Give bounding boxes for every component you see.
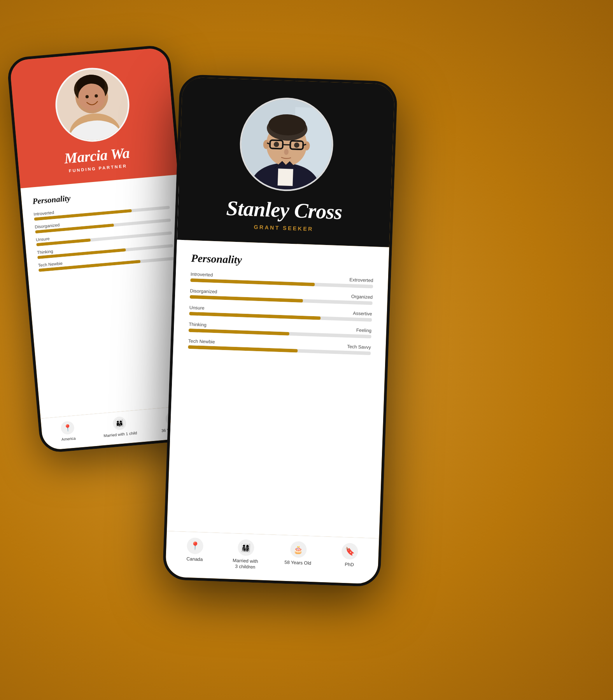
phone-front: Stanley Cross GRANT SEEKER Personality I… — [162, 74, 398, 587]
footer-item: 👨‍👩‍👧‍👦Married with 3 children — [232, 539, 259, 570]
footer-item: 🎂58 Years Old — [284, 541, 312, 567]
front-name: Stanley Cross — [218, 196, 350, 224]
footer-icon: 👨‍👩‍👧‍👦 — [237, 539, 254, 556]
trait-row: IntrovertedExtroverted — [190, 271, 373, 288]
footer-label: Married with 1 child — [103, 430, 137, 438]
footer-item: 🔖PhD — [338, 542, 362, 568]
front-traits: IntrovertedExtrovertedDisorganizedOrgani… — [182, 271, 373, 532]
footer-icon: 👨‍👩‍👦 — [112, 416, 127, 430]
trait-row: UnsureAssertive — [189, 305, 372, 322]
footer-label: Canada — [186, 556, 203, 563]
front-header: Stanley Cross GRANT SEEKER — [177, 77, 395, 247]
trait-row: ThinkingFeeling — [189, 322, 372, 338]
footer-item: 📍America — [56, 420, 79, 443]
trait-row: Tech NewbieTech Savvy — [188, 338, 371, 355]
card-front: Stanley Cross GRANT SEEKER Personality I… — [165, 77, 395, 584]
footer-item: 👨‍👩‍👦Married with 1 child — [102, 415, 137, 438]
footer-label: PhD — [345, 562, 354, 568]
front-footer: 📍Canada👨‍👩‍👧‍👦Married with 3 children🎂58… — [165, 531, 379, 584]
front-role: GRANT SEEKER — [254, 224, 314, 232]
trait-row: DisorganizedOrganized — [190, 288, 373, 305]
footer-label: Married with 3 children — [232, 558, 258, 570]
front-body: Personality IntrovertedExtrovertedDisorg… — [167, 240, 389, 538]
back-traits: IntrovertedDisorganizedUnsureThinkingTec… — [33, 200, 187, 411]
footer-label: 58 Years Old — [284, 560, 311, 567]
front-avatar — [238, 96, 335, 192]
footer-label: America — [61, 436, 76, 442]
back-avatar — [53, 65, 133, 145]
footer-icon: 🔖 — [342, 543, 358, 560]
front-personality-title: Personality — [191, 252, 374, 271]
svg-line-21 — [283, 145, 290, 145]
footer-icon: 📍 — [187, 537, 203, 554]
back-header: Marcia Wa FUNDING PARTNER — [9, 47, 178, 188]
footer-item: 📍Canada — [183, 537, 207, 563]
footer-icon: 🎂 — [290, 541, 306, 558]
footer-icon: 📍 — [60, 421, 75, 435]
